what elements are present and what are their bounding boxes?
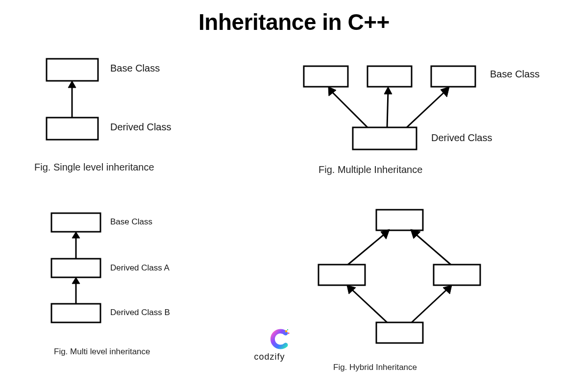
svg-marker-3	[68, 81, 76, 88]
svg-rect-1	[47, 118, 98, 140]
svg-line-29	[350, 288, 387, 322]
single-caption: Fig. Single level inheritance	[34, 162, 154, 173]
svg-rect-16	[51, 304, 100, 322]
svg-line-10	[387, 91, 388, 127]
multilevel-caption: Fig. Multi level inheritance	[54, 347, 150, 357]
multilevel-derived-a-label: Derived Class A	[110, 263, 170, 273]
single-base-label: Base Class	[110, 63, 160, 74]
svg-marker-11	[384, 87, 392, 94]
codzify-logo: codzify	[245, 328, 294, 362]
svg-point-33	[285, 330, 287, 332]
diagram-hybrid	[314, 206, 500, 363]
svg-line-8	[331, 91, 368, 127]
svg-rect-4	[304, 66, 348, 87]
svg-rect-24	[376, 322, 423, 343]
svg-rect-5	[368, 66, 412, 87]
multiple-derived-label: Derived Class	[431, 132, 492, 144]
svg-point-34	[288, 332, 289, 334]
hybrid-caption: Fig. Hybrid Inheritance	[333, 363, 417, 372]
diagram-multilevel	[42, 211, 159, 348]
svg-line-27	[414, 233, 451, 265]
svg-rect-6	[431, 66, 475, 87]
svg-line-31	[412, 288, 448, 322]
svg-rect-21	[376, 210, 423, 230]
svg-marker-20	[72, 277, 80, 284]
codzify-logo-icon	[259, 328, 280, 350]
multilevel-base-label: Base Class	[110, 217, 152, 227]
svg-rect-23	[434, 265, 480, 285]
multilevel-derived-b-label: Derived Class B	[110, 308, 170, 318]
svg-rect-0	[47, 59, 98, 81]
svg-marker-18	[72, 232, 80, 238]
svg-line-25	[348, 233, 386, 265]
svg-rect-7	[353, 127, 416, 149]
multiple-base-label: Base Class	[490, 69, 539, 80]
svg-rect-14	[51, 213, 100, 232]
multiple-caption: Fig. Multiple Inheritance	[318, 164, 422, 175]
page-title: Inheritance in C++	[0, 9, 588, 35]
codzify-logo-text: codzify	[245, 352, 294, 362]
svg-point-35	[287, 329, 288, 330]
svg-rect-22	[318, 265, 365, 285]
svg-rect-15	[51, 259, 100, 277]
svg-marker-13	[441, 87, 449, 97]
svg-line-12	[407, 91, 446, 127]
single-derived-label: Derived Class	[110, 122, 171, 133]
